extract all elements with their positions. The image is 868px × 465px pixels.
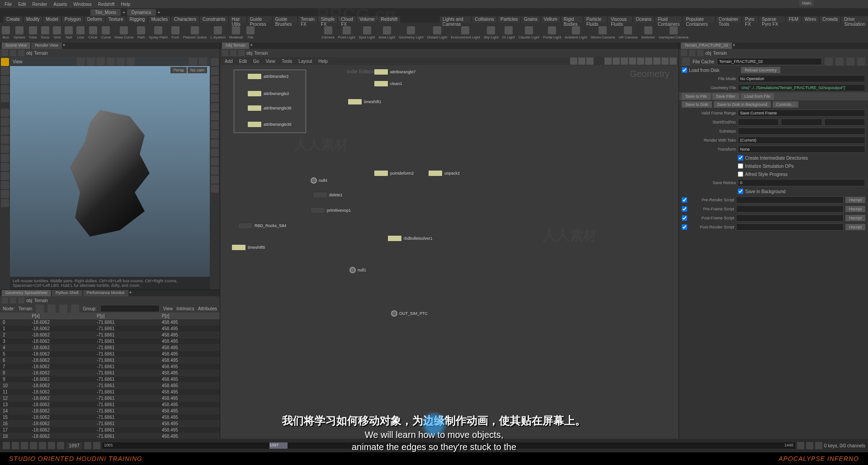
node-attribtransfer2[interactable]: attribtransfer2 <box>247 73 289 80</box>
shelf-tab[interactable]: Particles <box>498 16 520 23</box>
shelf-tool-gi-light[interactable]: GI Light <box>500 25 517 40</box>
menu-file[interactable]: File <box>2 1 14 8</box>
shelf-tool-sphere[interactable]: Sphere <box>12 25 27 40</box>
camera-nocam[interactable]: No cam <box>188 67 207 73</box>
node-rbdbulletsolver1[interactable]: rbdbulletsolver1 <box>387 235 433 242</box>
node-attribwrangle7[interactable]: attribwrangle7 <box>374 69 416 75</box>
display-icon[interactable] <box>211 176 219 184</box>
shelf-tool-point-light[interactable]: Point Light <box>336 25 357 40</box>
alfred-check[interactable] <box>738 171 743 177</box>
node-attribwrangle2[interactable]: attribwrangle2 <box>247 90 289 97</box>
shelf-tab[interactable]: Oceans <box>633 16 654 23</box>
path-segment[interactable]: Terrain <box>34 51 48 56</box>
table-row[interactable]: 11-18.6062-71.6861458.495 <box>0 389 220 395</box>
display-icon[interactable] <box>211 103 219 111</box>
tab-add-icon[interactable]: + <box>129 290 132 296</box>
shelf-tab[interactable]: Lights and Cameras <box>440 16 471 23</box>
shelf-tab[interactable]: Guide Brushes <box>273 16 297 23</box>
shelf-tool-draw-curve[interactable]: Draw Curve <box>113 25 135 40</box>
shelf-tab[interactable]: Pyro FX <box>742 16 758 23</box>
column-header[interactable] <box>0 313 29 319</box>
save-retries-input[interactable] <box>738 179 865 186</box>
display-icon[interactable] <box>211 67 219 75</box>
shelf-tab[interactable]: Texture <box>106 16 126 23</box>
vp-icon[interactable] <box>107 57 115 66</box>
nav-fwd-icon[interactable] <box>230 50 236 56</box>
shelf-tab[interactable]: Viscous Fluids <box>608 16 632 23</box>
tool-icon[interactable] <box>1 199 9 207</box>
select-tool-icon[interactable] <box>1 58 9 66</box>
tab-add-icon[interactable]: + <box>63 43 66 49</box>
key-prev-icon[interactable] <box>84 442 91 449</box>
start-input[interactable] <box>738 119 779 126</box>
lang-dropdown[interactable]: Hscript <box>845 197 865 203</box>
nav-fwd-icon[interactable] <box>10 50 16 56</box>
first-frame-icon[interactable] <box>3 442 10 449</box>
display-icon[interactable] <box>211 94 219 102</box>
info-icon[interactable] <box>857 57 865 66</box>
shelf-tool-vr-camera[interactable]: VR Camera <box>617 25 640 40</box>
nw-menu-help[interactable]: Help <box>316 58 330 65</box>
vp-icon[interactable] <box>117 57 125 66</box>
nav-back-icon[interactable] <box>222 50 228 56</box>
controls-button[interactable]: Controls... <box>773 101 798 108</box>
column-header[interactable]: P[y] <box>94 313 159 319</box>
tool-icon[interactable] <box>1 85 9 93</box>
save-to-disk-button[interactable]: Save to Disk <box>682 101 712 108</box>
tool-icon[interactable] <box>1 163 9 171</box>
display-icon[interactable] <box>211 76 219 84</box>
nw-tool-icon[interactable] <box>578 57 585 65</box>
shelf-tab[interactable]: Constraints <box>200 16 228 23</box>
nw-tool-icon[interactable] <box>604 57 612 65</box>
context-tab-timmono[interactable]: Tim_Mono <box>90 9 121 16</box>
nav-fwd-icon[interactable] <box>10 297 16 304</box>
path-segment[interactable]: Terrain <box>254 51 268 56</box>
table-row[interactable]: 1-18.6062-71.6861458.495 <box>0 326 220 332</box>
next-frame-icon[interactable] <box>48 442 55 449</box>
node-timeshift5[interactable]: timeshift5 <box>231 244 265 251</box>
shelf-tab[interactable]: Simple FX <box>318 16 338 23</box>
shelf-tool-file[interactable]: File <box>245 25 256 40</box>
node-RBD_Rocks_SIM[interactable]: RBD_Rocks_SIM <box>238 223 286 229</box>
display-icon[interactable] <box>211 112 219 120</box>
shelf-tool-platonic-solids[interactable]: Platonic Solids <box>181 25 208 40</box>
shelf-tab[interactable]: Wires <box>802 16 819 23</box>
last-frame-icon[interactable] <box>57 442 64 449</box>
play-rev-icon[interactable] <box>21 442 28 449</box>
table-row[interactable]: 2-18.6062-71.6861458.495 <box>0 332 220 338</box>
nav-back-icon[interactable] <box>2 297 8 304</box>
path-segment[interactable]: Terrain <box>34 298 48 303</box>
table-row[interactable]: 10-18.6062-71.6861458.495 <box>0 383 220 389</box>
table-row[interactable]: 5-18.6062-71.6861458.495 <box>0 351 220 357</box>
node-attribwrangle38[interactable]: attribwrangle38 <box>247 105 292 111</box>
key-next-icon[interactable] <box>93 442 100 449</box>
post-render-input[interactable] <box>736 223 844 231</box>
node-attribwrangle39[interactable]: attribwrangle39 <box>247 121 292 128</box>
nw-menu-view[interactable]: View <box>263 58 278 65</box>
load-from-disk-check[interactable] <box>682 67 687 73</box>
shelf-tab[interactable]: Redshift <box>378 16 401 23</box>
end-input[interactable] <box>781 119 822 126</box>
magnet-icon[interactable] <box>1 181 9 189</box>
menu-render[interactable]: Render <box>29 1 50 8</box>
shelf-tab[interactable]: Polygon <box>62 16 84 23</box>
node-pointdeform2[interactable]: pointdeform2 <box>374 170 414 176</box>
node-name-input[interactable] <box>717 58 822 65</box>
shelf-tool-area-light[interactable]: Area Light <box>377 25 397 40</box>
shelf-tab[interactable]: Cloud FX <box>338 16 356 23</box>
script-enable-check[interactable] <box>682 215 687 221</box>
table-row[interactable]: 12-18.6062-71.6861458.495 <box>0 395 220 402</box>
shelf-tool-metaball[interactable]: Metaball <box>227 25 245 40</box>
menu-windows[interactable]: Windows <box>71 1 94 8</box>
nav-fwd-icon[interactable] <box>689 50 695 56</box>
shelf-tab[interactable]: Hair Utils <box>229 16 246 23</box>
script-enable-check[interactable] <box>682 206 687 212</box>
lang-dropdown[interactable]: Hscript <box>845 215 865 221</box>
table-row[interactable]: 9-18.6062-71.6861458.495 <box>0 376 220 383</box>
tool-icon[interactable] <box>1 127 9 135</box>
display-icon[interactable] <box>211 130 219 138</box>
lang-dropdown[interactable]: Hscript <box>845 206 865 212</box>
shelf-tab[interactable]: Crowds <box>820 16 840 23</box>
nw-tool-icon[interactable] <box>645 57 652 65</box>
shelf-tab[interactable]: Volume <box>357 16 377 23</box>
